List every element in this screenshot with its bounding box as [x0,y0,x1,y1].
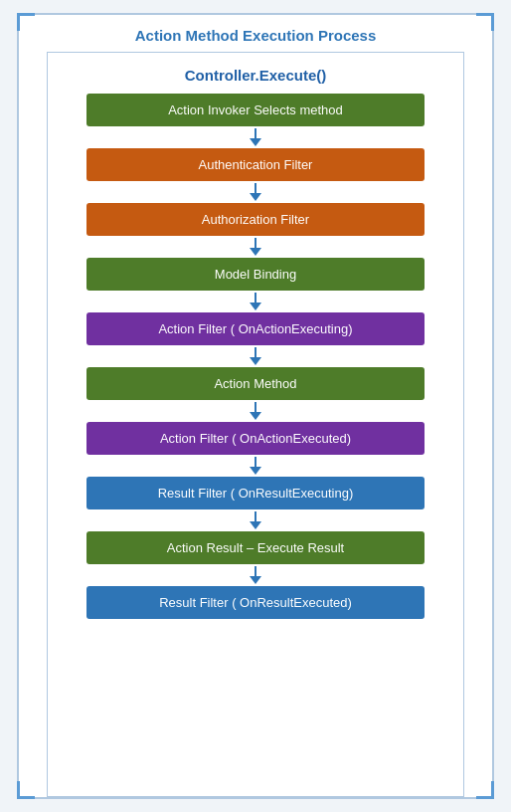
step-model-binding: Model Binding [86,258,425,291]
arrow-line [255,293,256,303]
arrow-line [255,238,256,248]
arrow-line [255,128,256,138]
arrow-head [250,248,261,256]
arrow-line [255,511,256,521]
corner-br [476,781,494,799]
step-authz-filter: Authorization Filter [86,203,425,236]
arrow-8 [86,566,425,584]
step-result-executing: Result Filter ( OnResultExecuting) [86,477,425,509]
flow-container: Action Invoker Selects method Authentica… [86,94,425,619]
arrow-head [250,193,261,201]
arrow-4 [86,347,425,365]
step-action-invoker: Action Invoker Selects method [86,94,425,126]
corner-tr [476,13,494,31]
controller-title: Controller.Execute() [185,67,327,84]
inner-box: Controller.Execute() Action Invoker Sele… [47,52,464,797]
arrow-head [250,521,261,529]
arrow-line [255,457,256,467]
step-action-executed: Action Filter ( OnActionExecuted) [86,422,425,455]
outer-frame: Action Method Execution Process Controll… [17,13,494,799]
arrow-head [250,357,261,365]
arrow-line [255,566,256,576]
arrow-3 [86,293,425,310]
page-title: Action Method Execution Process [135,27,377,44]
arrow-2 [86,238,425,256]
step-result-executed: Result Filter ( OnResultExecuted) [86,586,425,619]
arrow-7 [86,511,425,529]
arrow-head [250,467,261,475]
arrow-head [250,576,261,584]
arrow-6 [86,457,425,475]
arrow-head [250,303,261,310]
step-execute-result: Action Result – Execute Result [86,531,425,564]
corner-tl [17,13,35,31]
step-action-method: Action Method [86,367,425,400]
arrow-line [255,183,256,193]
arrow-0 [86,128,425,146]
arrow-line [255,347,256,357]
step-action-executing: Action Filter ( OnActionExecuting) [86,312,425,345]
arrow-line [255,402,256,412]
arrow-1 [86,183,425,201]
arrow-head [250,138,261,146]
step-auth-filter: Authentication Filter [86,148,425,181]
corner-bl [17,781,35,799]
arrow-head [250,412,261,420]
arrow-5 [86,402,425,420]
